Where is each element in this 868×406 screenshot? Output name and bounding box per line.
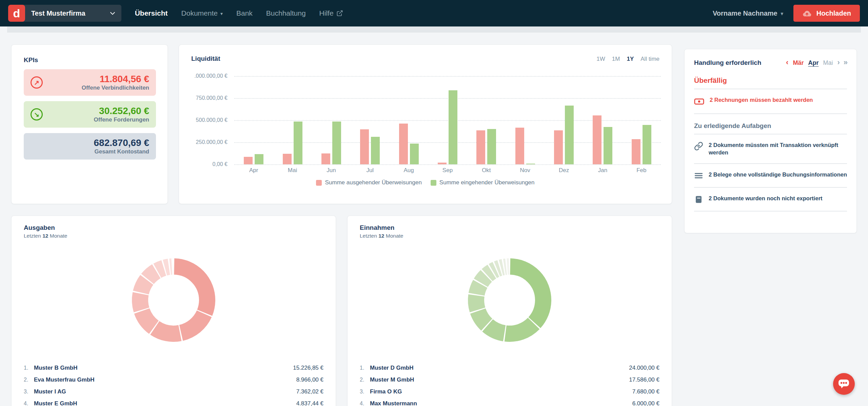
amount: 7.680,00 € <box>632 388 659 395</box>
link-icon <box>694 142 703 151</box>
bar-outgoing <box>399 124 408 164</box>
income-card: Einnahmen Letzten 12 Monate 1.Muster D G… <box>347 216 672 406</box>
list-item[interactable]: 3.Muster I AG7.362,02 € <box>24 386 323 398</box>
cloud-upload-icon <box>802 8 812 18</box>
todo-item-text: 2 Dokumente wurden noch nicht exportiert <box>709 195 823 202</box>
bar-incoming <box>643 125 651 164</box>
kpi-label: Offene Verbindlichkeiten <box>82 85 149 91</box>
chat-widget-button[interactable] <box>833 373 855 395</box>
bar-outgoing <box>438 163 447 164</box>
amount: 17.586,00 € <box>629 376 659 383</box>
kpi-value: 682.870,69 € <box>94 137 150 148</box>
list-item[interactable]: 2.Muster M GmbH17.586,00 € <box>360 374 659 386</box>
list-item[interactable]: 4.Max Mustermann6.000,00 € <box>360 398 659 406</box>
y-axis-tick-label: .000.000,00 € <box>194 73 228 79</box>
rank-number: 2. <box>24 377 34 383</box>
x-axis-tick-label: Jan <box>583 167 622 174</box>
x-axis-tick-label: Okt <box>467 167 506 174</box>
todo-item-not-exported[interactable]: 2 Dokumente wurden noch nicht exportiert <box>694 192 847 207</box>
x-axis-tick-label: Sep <box>428 167 467 174</box>
kpi-open-receivables[interactable]: ↘ 30.252,60 € Offene Forderungen <box>24 101 156 128</box>
kpi-label: Offene Forderungen <box>94 116 149 123</box>
bar-group-jun: Jun <box>312 76 351 164</box>
income-subtitle: Letzten 12 Monate <box>360 233 403 239</box>
y-axis-tick-label: 750.000,00 € <box>196 95 228 101</box>
kpi-card-title: KPIs <box>24 56 155 64</box>
company-name: Muster E GmbH <box>34 400 77 406</box>
company-name: Muster I AG <box>34 388 66 395</box>
bar-group-jul: Jul <box>351 76 389 164</box>
list-item[interactable]: 3.Firma O KG7.680,00 € <box>360 386 659 398</box>
bar-outgoing <box>360 129 369 164</box>
overdue-item-invoices[interactable]: 2 Rechnungen müssen bezahlt werden <box>694 93 847 109</box>
range-1m[interactable]: 1M <box>612 56 620 62</box>
divider <box>694 113 847 114</box>
company-name: Muster M GmbH <box>370 376 414 383</box>
list-item[interactable]: 1.Muster D GmbH24.000,00 € <box>360 362 659 374</box>
bar-outgoing <box>283 154 292 164</box>
next-month-chevron-icon[interactable]: › <box>837 58 839 67</box>
month-april[interactable]: Apr <box>808 59 818 67</box>
main-nav: Übersicht Dokumente ▾ Bank Buchhaltung H… <box>135 9 343 17</box>
user-menu[interactable]: Vorname Nachname ▾ <box>713 10 783 17</box>
range-all-time[interactable]: All time <box>640 56 659 62</box>
bar-outgoing <box>244 157 253 164</box>
month-mai[interactable]: Mai <box>823 59 833 67</box>
kpi-total-balance[interactable]: 682.870,69 € Gesamt Kontostand <box>24 133 156 160</box>
kpi-open-liabilities[interactable]: ↗ 11.804,56 € Offene Verbindlichkeiten <box>24 69 156 96</box>
x-axis-tick-label: Jul <box>351 167 389 174</box>
divider <box>694 163 847 164</box>
x-axis-tick-label: Apr <box>234 167 273 174</box>
bar-incoming <box>294 122 302 164</box>
bar-group-aug: Aug <box>389 76 428 164</box>
range-1w[interactable]: 1W <box>596 56 605 62</box>
subtitle-text: Letzten <box>24 233 41 239</box>
nav-item-uebersicht[interactable]: Übersicht <box>135 9 168 17</box>
income-title: Einnahmen <box>360 224 403 232</box>
nav-item-buchhaltung[interactable]: Buchhaltung <box>266 9 306 17</box>
y-axis-tick-label: 500.000,00 € <box>196 117 228 123</box>
todo-heading: Zu erledigende Aufabgen <box>694 122 847 130</box>
nav-item-dokumente[interactable]: Dokumente ▾ <box>181 9 223 17</box>
income-donut <box>466 256 554 344</box>
caret-down-icon: ▾ <box>781 11 783 16</box>
bar-group-okt: Okt <box>467 76 506 164</box>
user-name: Vorname Nachname <box>713 10 777 17</box>
todo-item-incomplete-bookings[interactable]: 2 Belege ohne vollständige Buchungsinfor… <box>694 168 847 183</box>
amount: 7.362,02 € <box>296 388 323 395</box>
month-maerz[interactable]: Mär <box>793 59 804 67</box>
range-1y[interactable]: 1Y <box>627 56 634 62</box>
last-month-chevron-icon[interactable]: » <box>844 58 847 67</box>
expenses-subtitle: Letzten 12 Monate <box>24 233 67 239</box>
legend-item-outgoing: Summe ausgehender Überweisungen <box>316 179 421 186</box>
amount: 6.000,00 € <box>632 400 659 406</box>
rank-number: 1. <box>24 365 34 371</box>
nav-item-bank[interactable]: Bank <box>236 9 253 17</box>
legend-item-incoming: Summe eingehender Überweisungen <box>431 179 535 186</box>
divider <box>694 211 847 211</box>
x-axis-tick-label: Aug <box>389 167 428 174</box>
list-item[interactable]: 4.Muster E GmbH4.837,44 € <box>24 398 323 406</box>
bar-incoming <box>410 144 419 164</box>
list-item[interactable]: 1.Muster B GmbH15.226,85 € <box>24 362 323 374</box>
company-selector[interactable]: d Test Musterfirma <box>8 5 121 22</box>
prev-month-chevron-icon[interactable]: ‹ <box>786 58 788 67</box>
caret-down-icon: ▾ <box>220 11 223 16</box>
expenses-title: Ausgaben <box>24 224 67 232</box>
expenses-list: 1.Muster B GmbH15.226,85 €2.Eva Musterfr… <box>24 362 323 406</box>
kpi-value: 30.252,60 € <box>99 106 149 116</box>
list-icon <box>694 171 703 180</box>
nav-item-hilfe[interactable]: Hilfe <box>319 9 343 17</box>
todo-item-link-transactions[interactable]: 2 Dokumente müssten mit Transaktion verk… <box>694 139 847 159</box>
top-navbar: d Test Musterfirma Übersicht Dokumente ▾… <box>0 0 868 26</box>
bar-outgoing <box>515 128 524 164</box>
book-icon <box>694 195 703 204</box>
upload-button[interactable]: Hochladen <box>793 5 860 22</box>
income-list: 1.Muster D GmbH24.000,00 €2.Muster M Gmb… <box>360 362 659 406</box>
bar-group-mai: Mai <box>273 76 312 164</box>
x-axis-tick-label: Feb <box>622 167 661 174</box>
action-required-card: Handlung erforderlich ‹ Mär Apr Mai › » … <box>684 49 857 233</box>
rank-number: 3. <box>360 389 370 395</box>
list-item[interactable]: 2.Eva Musterfrau GmbH8.966,00 € <box>24 374 323 386</box>
rank-number: 1. <box>360 365 370 371</box>
